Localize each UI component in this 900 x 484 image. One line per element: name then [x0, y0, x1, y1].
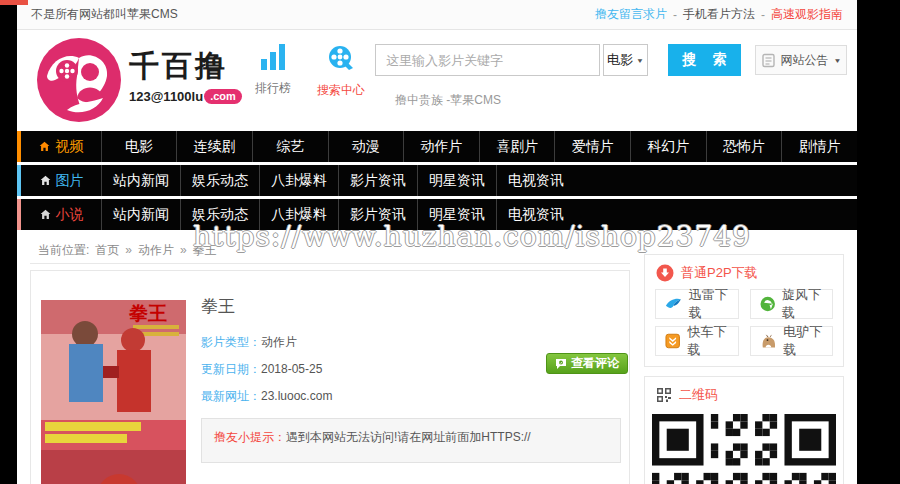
- nav-label: 八卦爆料: [271, 172, 327, 190]
- nav-label: 综艺: [276, 138, 304, 156]
- nav-label: 爱情片: [572, 138, 614, 156]
- breadcrumb-category[interactable]: 动作片: [138, 242, 174, 259]
- nav-item-picture-home[interactable]: 图片: [21, 165, 101, 196]
- nav-item-drama[interactable]: 剧情片: [781, 131, 857, 162]
- xunlei-download-button[interactable]: 迅雷下载: [655, 289, 739, 319]
- nav-label: 喜剧片: [496, 138, 538, 156]
- nav-item-entertainment[interactable]: 娱乐动态: [180, 165, 259, 196]
- link-separator: -: [761, 8, 765, 22]
- nav-item-anime[interactable]: 动漫: [328, 131, 404, 162]
- search-input[interactable]: [375, 44, 600, 76]
- whirlwind-download-button[interactable]: 旋风下载: [750, 289, 834, 319]
- link-message-board[interactable]: 撸友留言求片: [595, 6, 667, 23]
- flashget-download-button[interactable]: 快车下载: [655, 326, 739, 356]
- download-label: 快车下载: [687, 323, 737, 359]
- chevron-down-icon: ▼: [834, 56, 842, 63]
- movie-field-date: 更新日期：2018-05-25: [201, 361, 322, 378]
- nav-item-scifi[interactable]: 科幻片: [630, 131, 706, 162]
- p2p-download-title: 普通P2P下载: [681, 264, 758, 282]
- nav-item-horror[interactable]: 恐怖片: [706, 131, 782, 162]
- download-label: 电驴下载: [783, 323, 832, 359]
- site-email-domain-badge: .com: [204, 89, 242, 104]
- nav-label: 影片资讯: [350, 206, 406, 224]
- nav-label: 视频: [55, 138, 83, 156]
- home-icon: [38, 140, 51, 153]
- nav-item-tv-info[interactable]: 电视资讯: [496, 165, 575, 196]
- p2p-download-panel: 普通P2P下载 迅雷下载: [644, 254, 844, 367]
- download-circle-icon: [656, 264, 674, 282]
- nav-item-entertainment[interactable]: 娱乐动态: [180, 199, 259, 230]
- emule-donkey-icon: [760, 333, 777, 349]
- xunlei-bird-icon: [665, 297, 682, 311]
- nav-item-tv-info[interactable]: 电视资讯: [496, 199, 575, 230]
- qr-code: [652, 414, 836, 484]
- nav-item-romance[interactable]: 爱情片: [554, 131, 630, 162]
- svg-text:拳王: 拳王: [128, 303, 167, 324]
- nav-label: 恐怖片: [723, 138, 765, 156]
- nav-label: 动作片: [420, 138, 462, 156]
- nav-item-film-info[interactable]: 影片资讯: [338, 199, 417, 230]
- search-button[interactable]: 搜 索: [668, 44, 741, 76]
- breadcrumb-separator: »: [125, 243, 132, 257]
- document-icon: [761, 53, 776, 68]
- chevron-down-icon: ▼: [636, 56, 644, 63]
- site-email-user: 123@1100lu: [129, 89, 203, 104]
- site-logo-icon[interactable]: [37, 38, 121, 122]
- nav-item-movies[interactable]: 电影: [101, 131, 177, 162]
- link-mobile-guide[interactable]: 手机看片方法: [683, 6, 755, 23]
- bar-chart-icon: [261, 44, 285, 70]
- comment-bubble-icon: [555, 358, 567, 370]
- nav-item-gossip[interactable]: 八卦爆料: [259, 165, 338, 196]
- breadcrumb: 当前位置: 首页 » 动作片 » 拳王: [30, 237, 630, 264]
- nav-item-action[interactable]: 动作片: [403, 131, 479, 162]
- nav-label: 影片资讯: [350, 172, 406, 190]
- download-label: 旋风下载: [782, 286, 832, 322]
- nav-label: 电视资讯: [508, 206, 564, 224]
- main-content: 当前位置: 首页 » 动作片 » 拳王 拳王: [30, 237, 844, 484]
- nav-label: 图片: [56, 172, 84, 190]
- nav-item-star-info[interactable]: 明星资讯: [417, 199, 496, 230]
- nav-item-film-info[interactable]: 影片资讯: [338, 165, 417, 196]
- topbar: 不是所有网站都叫苹果CMS 撸友留言求片 - 手机看片方法 - 高速观影指南: [17, 0, 857, 30]
- field-label: 最新网址：: [201, 389, 261, 403]
- category-select[interactable]: 电影 ▼: [603, 44, 648, 76]
- ranking-label: 排行榜: [247, 80, 299, 97]
- https-tip-box: 撸友小提示：遇到本网站无法访问!请在网址前面加HTTPS://: [201, 418, 621, 463]
- breadcrumb-separator: »: [180, 243, 187, 257]
- nav-item-video-home[interactable]: 视频: [21, 131, 101, 162]
- nav-item-novel-home[interactable]: 小说: [21, 199, 101, 230]
- site-title: 千百撸: [129, 46, 242, 87]
- nav-item-star-info[interactable]: 明星资讯: [417, 165, 496, 196]
- nav-video-row: 视频 电影 连续剧 综艺 动漫 动作片 喜剧片 爱情片 科幻片 恐怖片 剧情片: [17, 131, 857, 162]
- link-separator: -: [673, 8, 677, 22]
- nav-item-site-news[interactable]: 站内新闻: [101, 165, 180, 196]
- link-speed-guide[interactable]: 高速观影指南: [771, 6, 843, 23]
- field-label: 影片类型：: [201, 335, 261, 349]
- p2p-download-header: 普通P2P下载: [645, 255, 843, 289]
- ranking-shortcut[interactable]: 排行榜: [247, 44, 299, 97]
- nav-label: 动漫: [352, 138, 380, 156]
- nav-item-series[interactable]: 连续剧: [176, 131, 252, 162]
- search-tagline: 撸中贵族 -苹果CMS: [395, 92, 501, 109]
- movie-title: 拳王: [201, 295, 235, 318]
- nav-item-gossip[interactable]: 八卦爆料: [259, 199, 338, 230]
- corner-accent-strip: [0, 0, 28, 5]
- nav-label: 剧情片: [799, 138, 841, 156]
- nav-label: 娱乐动态: [192, 206, 248, 224]
- qrcode-header: 二维码: [645, 377, 843, 411]
- view-comments-button[interactable]: 查看评论: [546, 353, 628, 374]
- site-logo-text[interactable]: 千百撸 123@1100lu .com: [129, 46, 242, 104]
- view-comments-label: 查看评论: [571, 355, 619, 372]
- emule-download-button[interactable]: 电驴下载: [750, 326, 834, 356]
- search-center-shortcut[interactable]: 搜索中心: [315, 44, 367, 99]
- nav-label: 站内新闻: [113, 206, 169, 224]
- breadcrumb-prefix: 当前位置:: [38, 242, 89, 259]
- nav-item-variety[interactable]: 综艺: [252, 131, 328, 162]
- site-notice-button[interactable]: 网站公告 ▼: [755, 45, 847, 75]
- breadcrumb-home[interactable]: 首页: [95, 242, 119, 259]
- nav-item-comedy[interactable]: 喜剧片: [479, 131, 555, 162]
- movie-poster[interactable]: 拳王: [41, 300, 186, 484]
- nav-label: 八卦爆料: [271, 206, 327, 224]
- movie-field-url: 最新网址：23.luooc.com: [201, 388, 332, 405]
- nav-item-site-news[interactable]: 站内新闻: [101, 199, 180, 230]
